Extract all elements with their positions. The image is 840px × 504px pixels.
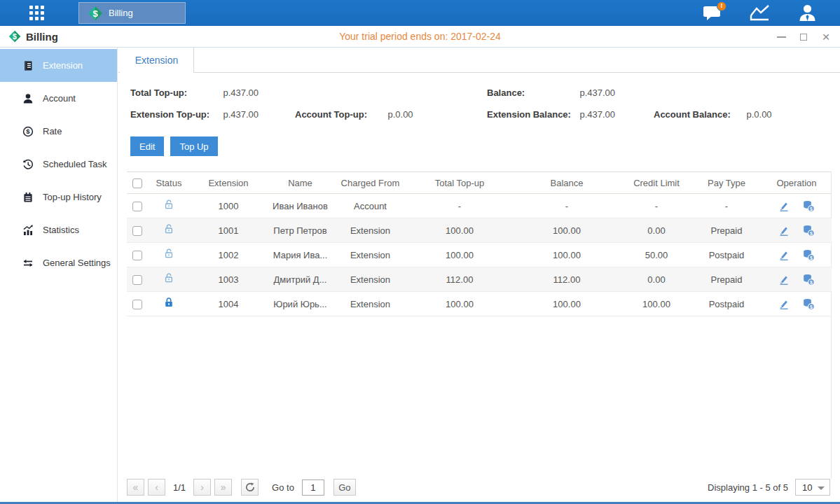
svg-text:$: $ [13, 32, 17, 41]
total-topup-cell: 100.00 [407, 292, 512, 316]
account-topup-field: Account Top-up: p.0.00 [295, 108, 487, 120]
name-cell: Дмитрий Д... [267, 267, 333, 292]
extension-cell: 1004 [190, 292, 267, 316]
sidebar-item-label: Account [43, 93, 76, 104]
unlocked-icon [163, 199, 174, 211]
svg-text:$: $ [810, 304, 813, 309]
account-balance-label: Account Balance: [654, 109, 743, 120]
taskbar-billing-button[interactable]: $ Billing [78, 2, 186, 24]
sidebar-item-label: General Settings [43, 258, 111, 268]
total-topup-cell: - [407, 194, 512, 218]
edit-button[interactable]: Edit [130, 136, 164, 156]
sidebar-item-rate[interactable]: $ Rate [0, 115, 117, 148]
row-checkbox[interactable] [132, 226, 142, 236]
total-topup-cell: 100.00 [407, 243, 512, 267]
row-checkbox[interactable] [132, 275, 142, 285]
app-launcher-button[interactable] [0, 0, 73, 26]
minimize-button[interactable] [776, 31, 787, 43]
top-up-button[interactable]: Top Up [170, 136, 217, 156]
charged-from-cell: Extension [333, 243, 407, 267]
status-cell [148, 218, 190, 243]
col-charged-from[interactable]: Charged From [333, 172, 407, 194]
first-page-button[interactable]: « [127, 479, 144, 496]
sidebar-item-general-settings[interactable]: General Settings [0, 246, 117, 279]
sidebar-item-account[interactable]: Account [0, 82, 117, 115]
account-topup-label: Account Top-up: [295, 109, 385, 120]
refresh-icon [245, 482, 255, 492]
table-header-row: Status Extension Name Charged From Total… [127, 172, 832, 194]
edit-row-icon[interactable] [778, 249, 790, 260]
col-total-topup[interactable]: Total Top-up [407, 172, 512, 194]
tab-extension[interactable]: Extension [120, 48, 194, 73]
name-cell: Юрий Юрь... [267, 292, 333, 316]
col-pay-type[interactable]: Pay Type [691, 172, 762, 194]
row-checkbox[interactable] [132, 202, 142, 211]
notification-badge: ! [717, 1, 727, 11]
page-size-select[interactable]: 10 [795, 479, 830, 496]
sidebar-item-scheduled-task[interactable]: Scheduled Task [0, 148, 117, 181]
goto-page-input[interactable] [302, 479, 324, 496]
col-status[interactable]: Status [148, 172, 190, 194]
next-page-button[interactable]: › [193, 479, 211, 496]
sidebar-item-extension[interactable]: Extension [0, 49, 117, 82]
pay-type-cell: Postpaid [691, 243, 762, 267]
reports-button[interactable] [748, 3, 771, 24]
unlocked-icon [163, 272, 174, 284]
sidebar-item-label: Statistics [43, 225, 79, 235]
extension-balance-field: Extension Balance: p.437.00 [487, 108, 654, 120]
billing-app-window: $ Billing ! [0, 0, 840, 504]
extension-cell: 1002 [190, 243, 267, 267]
credit-limit-cell: - [621, 194, 691, 218]
row-checkbox[interactable] [132, 300, 142, 309]
balance-cell: 100.00 [512, 292, 621, 316]
billing-diamond-icon: $ [8, 30, 21, 43]
charged-from-cell: Account [333, 194, 407, 218]
select-all-checkbox[interactable] [132, 178, 142, 188]
refresh-button[interactable] [241, 479, 259, 496]
col-credit-limit[interactable]: Credit Limit [621, 172, 691, 194]
credit-limit-cell: 50.00 [621, 243, 691, 267]
top-up-row-icon[interactable]: $ [802, 274, 815, 286]
prev-page-button[interactable]: ‹ [148, 479, 165, 496]
edit-row-icon[interactable] [778, 200, 790, 211]
row-checkbox[interactable] [132, 251, 142, 260]
window-title: Billing [26, 31, 58, 43]
table-row[interactable]: 1003 Дмитрий Д... Extension 112.00 112.0… [127, 267, 832, 292]
table-row[interactable]: 1001 Петр Петров Extension 100.00 100.00… [127, 218, 832, 243]
edit-row-icon[interactable] [778, 225, 790, 236]
top-up-row-icon[interactable]: $ [802, 225, 815, 237]
credit-limit-cell: 0.00 [621, 267, 691, 292]
top-up-row-icon[interactable]: $ [802, 249, 815, 261]
sidebar-item-label: Rate [43, 126, 62, 136]
top-up-row-icon[interactable]: $ [802, 298, 815, 310]
sidebar-item-label: Scheduled Task [43, 159, 107, 169]
table-row[interactable]: 1002 Мария Ива... Extension 100.00 100.0… [127, 243, 832, 267]
table-row[interactable]: 1000 Иван Иванов Account - - - - $ [127, 194, 832, 218]
go-button[interactable]: Go [333, 479, 356, 496]
sidebar-item-topup-history[interactable]: Top-up History [0, 181, 117, 214]
topup-history-icon [22, 191, 34, 203]
top-up-row-icon[interactable]: $ [802, 200, 815, 212]
maximize-button[interactable] [798, 31, 809, 43]
col-balance[interactable]: Balance [512, 172, 621, 194]
edit-row-icon[interactable] [778, 274, 790, 285]
billing-sidebar: Extension Account $ Rate [0, 48, 118, 502]
locked-icon [163, 297, 174, 309]
close-button[interactable]: × [820, 31, 832, 43]
balance-cell: - [512, 194, 621, 218]
sidebar-item-statistics[interactable]: Statistics [0, 214, 117, 246]
name-cell: Петр Петров [267, 218, 333, 243]
pay-type-cell: - [691, 194, 762, 218]
extension-icon [22, 59, 34, 71]
sidebar-item-label: Extension [43, 60, 83, 71]
extension-topup-label: Extension Top-up: [130, 109, 220, 120]
notifications-button[interactable]: ! [700, 3, 724, 24]
col-extension[interactable]: Extension [190, 172, 267, 194]
col-name[interactable]: Name [267, 172, 333, 194]
edit-row-icon[interactable] [778, 298, 790, 309]
svg-text:$: $ [810, 230, 813, 236]
last-page-button[interactable]: » [214, 479, 232, 496]
balance-label: Balance: [487, 88, 577, 98]
user-account-button[interactable] [795, 3, 819, 24]
table-row[interactable]: 1004 Юрий Юрь... Extension 100.00 100.00… [127, 292, 832, 316]
